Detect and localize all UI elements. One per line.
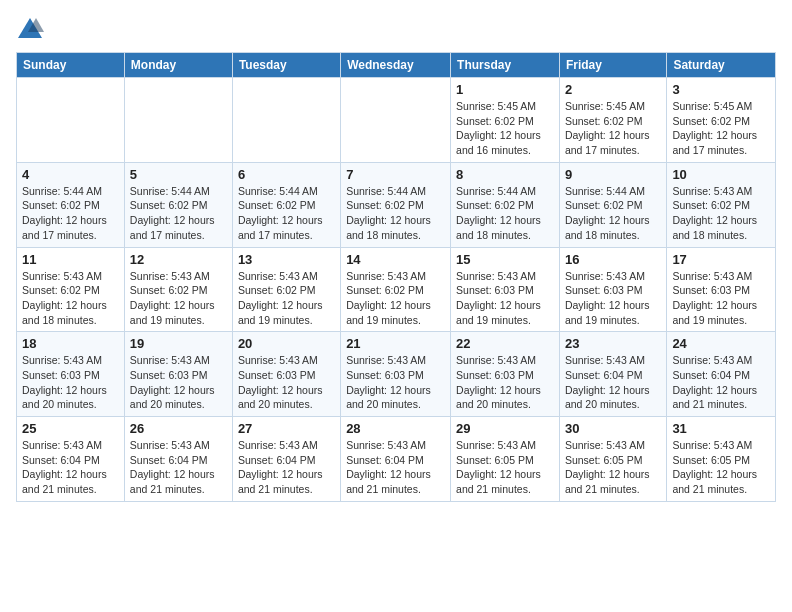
- calendar-cell: 21Sunrise: 5:43 AM Sunset: 6:03 PM Dayli…: [341, 332, 451, 417]
- calendar-cell: 6Sunrise: 5:44 AM Sunset: 6:02 PM Daylig…: [232, 162, 340, 247]
- day-info: Sunrise: 5:44 AM Sunset: 6:02 PM Dayligh…: [130, 184, 227, 243]
- day-info: Sunrise: 5:43 AM Sunset: 6:03 PM Dayligh…: [130, 353, 227, 412]
- calendar-cell: 24Sunrise: 5:43 AM Sunset: 6:04 PM Dayli…: [667, 332, 776, 417]
- calendar-cell: 11Sunrise: 5:43 AM Sunset: 6:02 PM Dayli…: [17, 247, 125, 332]
- day-info: Sunrise: 5:43 AM Sunset: 6:05 PM Dayligh…: [672, 438, 770, 497]
- calendar-week-4: 18Sunrise: 5:43 AM Sunset: 6:03 PM Dayli…: [17, 332, 776, 417]
- calendar-cell: 4Sunrise: 5:44 AM Sunset: 6:02 PM Daylig…: [17, 162, 125, 247]
- calendar-cell: 27Sunrise: 5:43 AM Sunset: 6:04 PM Dayli…: [232, 417, 340, 502]
- day-info: Sunrise: 5:45 AM Sunset: 6:02 PM Dayligh…: [672, 99, 770, 158]
- calendar-cell: 18Sunrise: 5:43 AM Sunset: 6:03 PM Dayli…: [17, 332, 125, 417]
- calendar-week-2: 4Sunrise: 5:44 AM Sunset: 6:02 PM Daylig…: [17, 162, 776, 247]
- weekday-header-thursday: Thursday: [451, 53, 560, 78]
- day-number: 23: [565, 336, 661, 351]
- day-number: 14: [346, 252, 445, 267]
- day-number: 15: [456, 252, 554, 267]
- day-number: 28: [346, 421, 445, 436]
- calendar-cell: [341, 78, 451, 163]
- day-number: 30: [565, 421, 661, 436]
- day-number: 2: [565, 82, 661, 97]
- calendar-cell: [124, 78, 232, 163]
- day-number: 6: [238, 167, 335, 182]
- day-info: Sunrise: 5:43 AM Sunset: 6:04 PM Dayligh…: [565, 353, 661, 412]
- day-info: Sunrise: 5:43 AM Sunset: 6:04 PM Dayligh…: [130, 438, 227, 497]
- calendar-cell: 5Sunrise: 5:44 AM Sunset: 6:02 PM Daylig…: [124, 162, 232, 247]
- weekday-header-row: SundayMondayTuesdayWednesdayThursdayFrid…: [17, 53, 776, 78]
- weekday-header-tuesday: Tuesday: [232, 53, 340, 78]
- day-number: 26: [130, 421, 227, 436]
- day-number: 21: [346, 336, 445, 351]
- logo-icon: [16, 16, 44, 44]
- weekday-header-friday: Friday: [559, 53, 666, 78]
- calendar-cell: 12Sunrise: 5:43 AM Sunset: 6:02 PM Dayli…: [124, 247, 232, 332]
- day-number: 18: [22, 336, 119, 351]
- calendar-cell: [232, 78, 340, 163]
- day-info: Sunrise: 5:43 AM Sunset: 6:02 PM Dayligh…: [22, 269, 119, 328]
- day-info: Sunrise: 5:43 AM Sunset: 6:03 PM Dayligh…: [565, 269, 661, 328]
- day-number: 7: [346, 167, 445, 182]
- calendar-cell: 10Sunrise: 5:43 AM Sunset: 6:02 PM Dayli…: [667, 162, 776, 247]
- calendar-cell: 3Sunrise: 5:45 AM Sunset: 6:02 PM Daylig…: [667, 78, 776, 163]
- day-number: 8: [456, 167, 554, 182]
- day-number: 11: [22, 252, 119, 267]
- day-info: Sunrise: 5:43 AM Sunset: 6:04 PM Dayligh…: [346, 438, 445, 497]
- calendar-cell: 2Sunrise: 5:45 AM Sunset: 6:02 PM Daylig…: [559, 78, 666, 163]
- day-number: 12: [130, 252, 227, 267]
- day-info: Sunrise: 5:43 AM Sunset: 6:04 PM Dayligh…: [22, 438, 119, 497]
- day-number: 31: [672, 421, 770, 436]
- day-number: 4: [22, 167, 119, 182]
- calendar-cell: 16Sunrise: 5:43 AM Sunset: 6:03 PM Dayli…: [559, 247, 666, 332]
- calendar-cell: 9Sunrise: 5:44 AM Sunset: 6:02 PM Daylig…: [559, 162, 666, 247]
- calendar-week-3: 11Sunrise: 5:43 AM Sunset: 6:02 PM Dayli…: [17, 247, 776, 332]
- calendar-cell: 14Sunrise: 5:43 AM Sunset: 6:02 PM Dayli…: [341, 247, 451, 332]
- calendar-cell: 22Sunrise: 5:43 AM Sunset: 6:03 PM Dayli…: [451, 332, 560, 417]
- calendar-cell: 15Sunrise: 5:43 AM Sunset: 6:03 PM Dayli…: [451, 247, 560, 332]
- day-number: 19: [130, 336, 227, 351]
- calendar-week-5: 25Sunrise: 5:43 AM Sunset: 6:04 PM Dayli…: [17, 417, 776, 502]
- day-info: Sunrise: 5:43 AM Sunset: 6:03 PM Dayligh…: [456, 353, 554, 412]
- day-info: Sunrise: 5:43 AM Sunset: 6:04 PM Dayligh…: [672, 353, 770, 412]
- calendar-cell: 20Sunrise: 5:43 AM Sunset: 6:03 PM Dayli…: [232, 332, 340, 417]
- day-number: 17: [672, 252, 770, 267]
- day-info: Sunrise: 5:43 AM Sunset: 6:03 PM Dayligh…: [238, 353, 335, 412]
- weekday-header-monday: Monday: [124, 53, 232, 78]
- day-info: Sunrise: 5:44 AM Sunset: 6:02 PM Dayligh…: [22, 184, 119, 243]
- day-number: 29: [456, 421, 554, 436]
- calendar-cell: 30Sunrise: 5:43 AM Sunset: 6:05 PM Dayli…: [559, 417, 666, 502]
- weekday-header-wednesday: Wednesday: [341, 53, 451, 78]
- day-info: Sunrise: 5:45 AM Sunset: 6:02 PM Dayligh…: [456, 99, 554, 158]
- calendar-cell: 31Sunrise: 5:43 AM Sunset: 6:05 PM Dayli…: [667, 417, 776, 502]
- day-info: Sunrise: 5:43 AM Sunset: 6:03 PM Dayligh…: [456, 269, 554, 328]
- weekday-header-sunday: Sunday: [17, 53, 125, 78]
- day-number: 22: [456, 336, 554, 351]
- day-info: Sunrise: 5:43 AM Sunset: 6:03 PM Dayligh…: [672, 269, 770, 328]
- day-number: 16: [565, 252, 661, 267]
- day-number: 9: [565, 167, 661, 182]
- day-info: Sunrise: 5:43 AM Sunset: 6:02 PM Dayligh…: [130, 269, 227, 328]
- day-number: 27: [238, 421, 335, 436]
- day-info: Sunrise: 5:44 AM Sunset: 6:02 PM Dayligh…: [238, 184, 335, 243]
- calendar-cell: 28Sunrise: 5:43 AM Sunset: 6:04 PM Dayli…: [341, 417, 451, 502]
- day-info: Sunrise: 5:43 AM Sunset: 6:05 PM Dayligh…: [456, 438, 554, 497]
- calendar-cell: 8Sunrise: 5:44 AM Sunset: 6:02 PM Daylig…: [451, 162, 560, 247]
- day-info: Sunrise: 5:43 AM Sunset: 6:04 PM Dayligh…: [238, 438, 335, 497]
- calendar-cell: 13Sunrise: 5:43 AM Sunset: 6:02 PM Dayli…: [232, 247, 340, 332]
- weekday-header-saturday: Saturday: [667, 53, 776, 78]
- day-info: Sunrise: 5:43 AM Sunset: 6:03 PM Dayligh…: [22, 353, 119, 412]
- logo: [16, 16, 48, 44]
- day-number: 3: [672, 82, 770, 97]
- calendar-week-1: 1Sunrise: 5:45 AM Sunset: 6:02 PM Daylig…: [17, 78, 776, 163]
- calendar-cell: 7Sunrise: 5:44 AM Sunset: 6:02 PM Daylig…: [341, 162, 451, 247]
- page-header: [16, 16, 776, 44]
- day-number: 5: [130, 167, 227, 182]
- day-info: Sunrise: 5:43 AM Sunset: 6:02 PM Dayligh…: [672, 184, 770, 243]
- day-info: Sunrise: 5:44 AM Sunset: 6:02 PM Dayligh…: [456, 184, 554, 243]
- day-number: 10: [672, 167, 770, 182]
- day-info: Sunrise: 5:45 AM Sunset: 6:02 PM Dayligh…: [565, 99, 661, 158]
- calendar-cell: [17, 78, 125, 163]
- day-number: 20: [238, 336, 335, 351]
- calendar-cell: 25Sunrise: 5:43 AM Sunset: 6:04 PM Dayli…: [17, 417, 125, 502]
- day-info: Sunrise: 5:43 AM Sunset: 6:02 PM Dayligh…: [238, 269, 335, 328]
- day-number: 24: [672, 336, 770, 351]
- calendar-cell: 17Sunrise: 5:43 AM Sunset: 6:03 PM Dayli…: [667, 247, 776, 332]
